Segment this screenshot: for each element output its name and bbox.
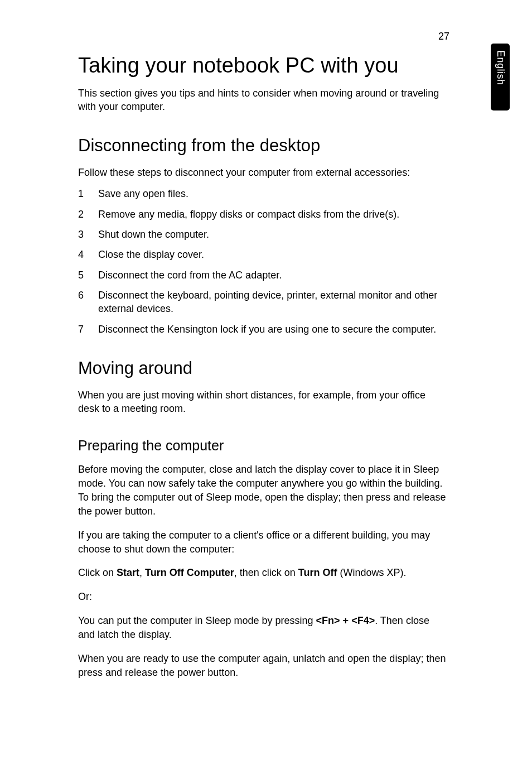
list-item: 1 Save any open files. [78,187,446,200]
steps-list: 1 Save any open files. 2 Remove any medi… [78,187,446,335]
list-text: Shut down the computer. [98,228,446,241]
list-item: 4 Close the display cover. [78,248,446,261]
language-tab: English [491,44,510,110]
section-disconnecting: Disconnecting from the desktop Follow th… [78,136,446,336]
list-text: Close the display cover. [98,248,446,261]
list-text: Remove any media, floppy disks or compac… [98,208,446,221]
heading-disconnecting: Disconnecting from the desktop [78,136,446,156]
list-item: 5 Disconnect the cord from the AC adapte… [78,268,446,282]
paragraph: Or: [78,590,446,604]
list-number: 6 [78,289,98,316]
list-item: 7 Disconnect the Kensington lock if you … [78,323,446,336]
text-span: (Windows XP). [337,567,406,578]
heading-moving-around: Moving around [78,358,446,378]
heading-preparing: Preparing the computer [78,438,446,454]
text-span: , [139,567,145,578]
intro-text: This section gives you tips and hints to… [78,87,446,114]
list-text: Save any open files. [98,187,446,200]
text-span: , then click on [234,567,298,578]
list-number: 7 [78,323,98,336]
bold-text: Turn Off [298,567,337,578]
section-preparing: Preparing the computer Before moving the… [78,438,446,679]
lead-text: Follow these steps to disconnect your co… [78,166,446,179]
section-moving-around: Moving around When you are just moving w… [78,358,446,416]
bold-text: Turn Off Computer [145,567,234,578]
list-item: 6 Disconnect the keyboard, pointing devi… [78,289,446,316]
list-text: Disconnect the Kensington lock if you ar… [98,323,446,336]
list-number: 4 [78,248,98,261]
bold-text: Start [117,567,139,578]
language-tab-label: English [495,50,506,85]
paragraph: You can put the computer in Sleep mode b… [78,614,446,642]
page-number: 27 [438,31,449,42]
list-item: 3 Shut down the computer. [78,228,446,241]
list-text: Disconnect the cord from the AC adapter. [98,268,446,282]
text-span: You can put the computer in Sleep mode b… [78,615,316,626]
list-text: Disconnect the keyboard, pointing device… [98,289,446,316]
list-number: 5 [78,268,98,282]
paragraph: Before moving the computer, close and la… [78,463,446,518]
list-number: 1 [78,187,98,200]
text-span: Click on [78,567,117,578]
paragraph: When you are ready to use the computer a… [78,652,446,680]
paragraph: If you are taking the computer to a clie… [78,528,446,556]
paragraph: Click on Start, Turn Off Computer, then … [78,566,446,580]
lead-text: When you are just moving within short di… [78,388,446,416]
list-number: 2 [78,208,98,221]
bold-text: <Fn> + <F4> [316,615,375,626]
list-item: 2 Remove any media, floppy disks or comp… [78,208,446,221]
list-number: 3 [78,228,98,241]
page-title: Taking your notebook PC with you [78,53,446,79]
page-content: Taking your notebook PC with you This se… [78,53,446,689]
